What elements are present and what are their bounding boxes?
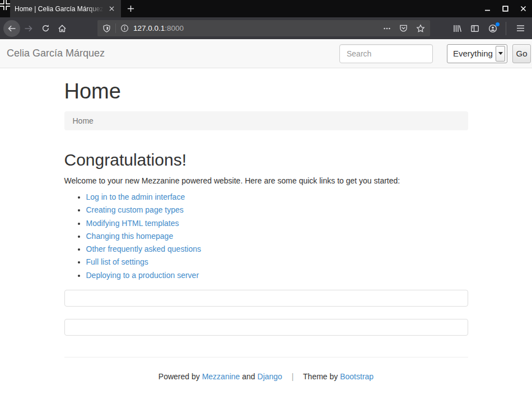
browser-tab-bar: Home | Celia García Márquez xyxy=(0,0,532,17)
bootstrap-link[interactable]: Bootstrap xyxy=(340,372,374,381)
url-bar[interactable]: 127.0.0.1:8000 xyxy=(97,20,430,36)
pocket-icon[interactable] xyxy=(399,24,408,32)
changing-homepage-link[interactable]: Changing this homepage xyxy=(86,232,174,241)
production-server-link[interactable]: Deploying to a production server xyxy=(86,271,199,280)
search-input[interactable] xyxy=(339,44,433,63)
list-item: Changing this homepage xyxy=(86,230,468,243)
page-title: Home xyxy=(64,79,468,103)
close-window-button[interactable] xyxy=(514,0,532,17)
window-controls xyxy=(478,0,532,17)
custom-page-types-link[interactable]: Creating custom page types xyxy=(86,205,184,214)
and-text: and xyxy=(242,372,255,381)
sidebar-icon[interactable] xyxy=(466,20,483,37)
url-text[interactable]: 127.0.0.1:8000 xyxy=(133,24,184,32)
list-item: Other frequently asked questions xyxy=(86,243,468,256)
search-form: Everything Go xyxy=(339,44,531,63)
intro-text: Welcome to your new Mezzanine powered we… xyxy=(64,176,468,185)
home-button[interactable] xyxy=(54,20,71,37)
theme-by-text: Theme by xyxy=(303,372,338,381)
tab-close-icon[interactable] xyxy=(106,4,116,14)
bookmark-star-icon[interactable] xyxy=(416,24,425,33)
urlbar-divider xyxy=(115,23,116,33)
chevron-down-icon xyxy=(496,46,505,62)
mezzanine-link[interactable]: Mezzanine xyxy=(202,372,240,381)
tracking-shield-icon[interactable] xyxy=(102,24,111,33)
list-item: Creating custom page types xyxy=(86,204,468,217)
browser-toolbar: 127.0.0.1:8000 xyxy=(0,17,532,39)
list-item: Deploying to a production server xyxy=(86,269,468,282)
page-actions-icon[interactable] xyxy=(383,25,391,32)
quick-links-list: Log in to the admin interface Creating c… xyxy=(64,191,468,282)
breadcrumb: Home xyxy=(64,111,468,130)
crosshair-cursor-icon xyxy=(0,0,10,10)
site-footer: Powered by Mezzanine and Django | Theme … xyxy=(64,357,468,381)
django-link[interactable]: Django xyxy=(258,372,282,381)
tab-title: Home | Celia García Márquez xyxy=(15,5,106,13)
settings-link[interactable]: Full list of settings xyxy=(86,257,148,266)
account-icon[interactable] xyxy=(484,20,501,37)
site-brand[interactable]: Celia García Márquez xyxy=(7,48,105,59)
library-icon[interactable] xyxy=(449,20,465,37)
search-scope-value: Everything xyxy=(453,49,493,58)
admin-interface-link[interactable]: Log in to the admin interface xyxy=(86,192,185,201)
list-item: Modifying HTML templates xyxy=(86,217,468,230)
back-button[interactable] xyxy=(3,20,20,37)
empty-panel-2 xyxy=(64,319,468,336)
search-go-button[interactable]: Go xyxy=(512,44,531,63)
list-item: Log in to the admin interface xyxy=(86,191,468,204)
minimize-button[interactable] xyxy=(478,0,496,17)
page-content: Celia García Márquez Everything Go Home … xyxy=(0,39,532,400)
url-port: :8000 xyxy=(165,24,184,32)
faq-link[interactable]: Other frequently asked questions xyxy=(86,244,201,253)
congratulations-heading: Congratulations! xyxy=(64,150,468,170)
html-templates-link[interactable]: Modifying HTML templates xyxy=(86,219,179,228)
empty-panel-1 xyxy=(64,290,468,307)
maximize-button[interactable] xyxy=(496,0,514,17)
browser-tab[interactable]: Home | Celia García Márquez xyxy=(10,0,121,17)
powered-by-text: Powered by xyxy=(158,372,200,381)
menu-icon[interactable] xyxy=(512,20,529,37)
forward-button[interactable] xyxy=(20,20,37,37)
url-host: 127.0.0.1 xyxy=(133,24,165,32)
reload-button[interactable] xyxy=(37,20,54,37)
notification-dot xyxy=(496,22,500,26)
list-item: Full list of settings xyxy=(86,256,468,269)
breadcrumb-current: Home xyxy=(73,116,94,125)
footer-separator: | xyxy=(292,372,294,381)
new-tab-button[interactable] xyxy=(121,0,140,17)
site-navbar: Celia García Márquez Everything Go xyxy=(0,39,532,68)
search-scope-select[interactable]: Everything xyxy=(447,44,507,63)
toolbar-divider xyxy=(506,22,506,35)
site-info-icon[interactable] xyxy=(120,24,129,32)
